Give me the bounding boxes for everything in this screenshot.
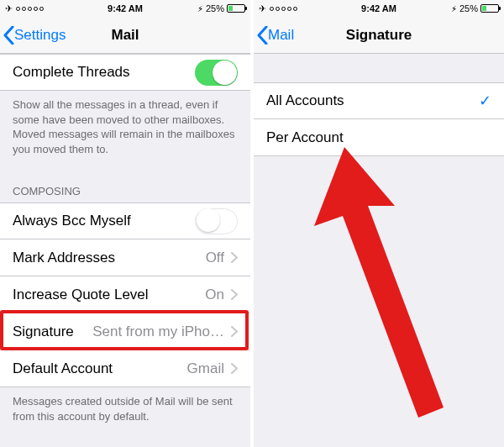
mark-addresses-label: Mark Addresses — [13, 250, 115, 266]
mark-addresses-row[interactable]: Mark Addresses Off — [0, 239, 250, 276]
complete-threads-label: Complete Threads — [13, 64, 130, 81]
always-bcc-label: Always Bcc Myself — [13, 213, 131, 229]
signature-value: Sent from my iPho… — [92, 323, 224, 340]
increase-quote-label: Increase Quote Level — [13, 287, 149, 303]
all-accounts-row[interactable]: All Accounts ✓ — [254, 82, 504, 119]
increase-quote-value: On — [205, 287, 224, 303]
back-label: Mail — [268, 27, 294, 44]
signature-label: Signature — [13, 323, 74, 340]
always-bcc-row[interactable]: Always Bcc Myself — [0, 202, 250, 239]
chevron-left-icon — [257, 26, 268, 45]
always-bcc-toggle[interactable] — [195, 208, 238, 234]
default-account-row[interactable]: Default Account Gmail — [0, 350, 250, 387]
chevron-right-icon — [231, 326, 238, 337]
nav-bar: Settings Mail — [0, 17, 250, 54]
battery-icon — [227, 4, 245, 13]
chevron-right-icon — [231, 363, 238, 374]
complete-threads-row[interactable]: Complete Threads — [0, 54, 250, 91]
signature-row[interactable]: Signature Sent from my iPho… — [0, 313, 250, 350]
per-account-label: Per Account — [266, 129, 344, 146]
back-label: Settings — [14, 27, 66, 44]
complete-threads-toggle[interactable] — [195, 60, 238, 86]
battery-icon — [480, 4, 499, 13]
complete-threads-footer: Show all the messages in a thread, even … — [0, 91, 250, 170]
chevron-left-icon — [3, 26, 14, 45]
nav-bar: Mail Signature — [254, 17, 504, 54]
per-account-row[interactable]: Per Account — [254, 119, 504, 156]
mail-settings-screen: ✈︎ 9:42 AM ⚡︎ 25% Settings Mail Complete… — [0, 0, 250, 447]
composing-header: COMPOSING — [0, 170, 250, 202]
default-account-value: Gmail — [187, 360, 224, 377]
status-bar: ✈︎ 9:42 AM ⚡︎ 25% — [0, 0, 250, 17]
status-bar: ✈︎ 9:42 AM ⚡︎ 25% — [254, 0, 504, 17]
status-time: 9:42 AM — [254, 3, 504, 13]
signature-settings-screen: ✈︎ 9:42 AM ⚡︎ 25% Mail Signature All Acc… — [254, 0, 504, 447]
back-to-settings-button[interactable]: Settings — [0, 26, 66, 45]
default-account-label: Default Account — [13, 360, 113, 377]
default-account-footer: Messages created outside of Mail will be… — [0, 387, 250, 437]
checkmark-icon: ✓ — [479, 92, 491, 110]
back-to-mail-button[interactable]: Mail — [254, 26, 294, 45]
all-accounts-label: All Accounts — [266, 92, 344, 109]
increase-quote-row[interactable]: Increase Quote Level On — [0, 276, 250, 313]
chevron-right-icon — [231, 289, 238, 300]
mark-addresses-value: Off — [206, 250, 224, 266]
status-time: 9:42 AM — [0, 3, 250, 13]
chevron-right-icon — [231, 252, 238, 263]
